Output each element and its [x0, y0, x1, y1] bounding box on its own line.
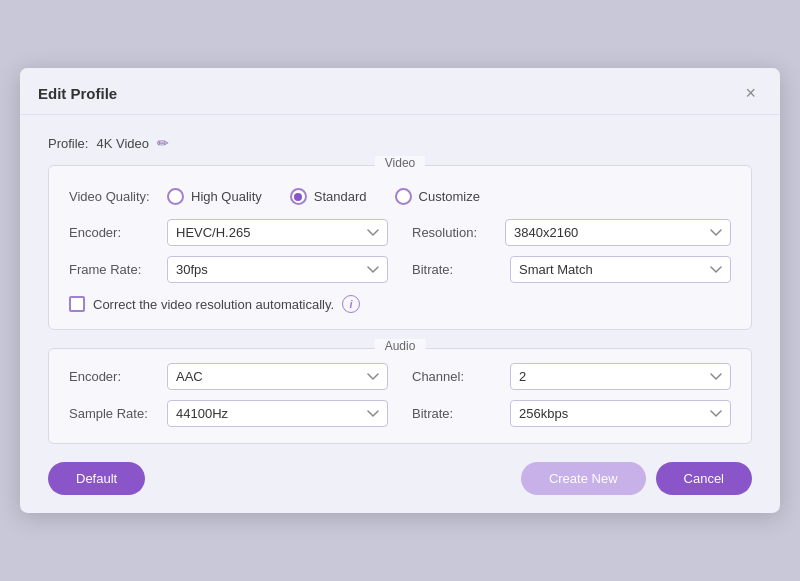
audio-encoder-field-row: Encoder: AAC MP3 AC3 FLAC — [69, 363, 388, 390]
sample-rate-field-row: Sample Rate: 44100Hz 48000Hz 22050Hz — [69, 400, 388, 427]
right-buttons: Create New Cancel — [521, 462, 752, 495]
dialog-body: Profile: 4K Video ✏ Video Video Quality:… — [20, 115, 780, 513]
encoder-select[interactable]: HEVC/H.265 H.264 MPEG-4 VP9 — [167, 219, 388, 246]
edit-profile-dialog: Edit Profile × Profile: 4K Video ✏ Video… — [20, 68, 780, 513]
resolution-field-row: Resolution: 3840x2160 1920x1080 1280x720… — [412, 219, 731, 246]
cancel-button[interactable]: Cancel — [656, 462, 752, 495]
resolution-label: Resolution: — [412, 225, 497, 240]
radio-high-quality-outer — [167, 188, 184, 205]
auto-correct-checkbox[interactable] — [69, 296, 85, 312]
audio-bitrate-field-row: Bitrate: 256kbps 128kbps 192kbps 320kbps — [412, 400, 731, 427]
radio-high-quality[interactable]: High Quality — [167, 188, 262, 205]
audio-encoder-label: Encoder: — [69, 369, 159, 384]
radio-standard-label: Standard — [314, 189, 367, 204]
radio-standard-inner — [294, 193, 302, 201]
video-quality-label: Video Quality: — [69, 189, 159, 204]
audio-encoder-select[interactable]: AAC MP3 AC3 FLAC — [167, 363, 388, 390]
audio-section: Audio Encoder: AAC MP3 AC3 FLAC Channel:… — [48, 348, 752, 444]
button-row: Default Create New Cancel — [48, 462, 752, 495]
channel-label: Channel: — [412, 369, 502, 384]
video-section-title: Video — [375, 156, 425, 170]
frame-rate-select[interactable]: 30fps 24fps 60fps 29.97fps — [167, 256, 388, 283]
audio-bitrate-select[interactable]: 256kbps 128kbps 192kbps 320kbps — [510, 400, 731, 427]
create-new-button[interactable]: Create New — [521, 462, 646, 495]
info-icon[interactable]: i — [342, 295, 360, 313]
channel-field-row: Channel: 2 1 6 — [412, 363, 731, 390]
profile-row: Profile: 4K Video ✏ — [48, 135, 752, 151]
close-button[interactable]: × — [739, 82, 762, 104]
radio-high-quality-label: High Quality — [191, 189, 262, 204]
radio-customize[interactable]: Customize — [395, 188, 480, 205]
video-bitrate-label: Bitrate: — [412, 262, 502, 277]
radio-standard-outer — [290, 188, 307, 205]
profile-value: 4K Video — [96, 136, 149, 151]
dialog-title: Edit Profile — [38, 85, 117, 102]
audio-bitrate-label: Bitrate: — [412, 406, 502, 421]
auto-correct-label: Correct the video resolution automatical… — [93, 297, 334, 312]
resolution-select[interactable]: 3840x2160 1920x1080 1280x720 Custom — [505, 219, 731, 246]
radio-customize-label: Customize — [419, 189, 480, 204]
default-button[interactable]: Default — [48, 462, 145, 495]
edit-profile-icon[interactable]: ✏ — [157, 135, 169, 151]
frame-rate-label: Frame Rate: — [69, 262, 159, 277]
title-bar: Edit Profile × — [20, 68, 780, 115]
sample-rate-select[interactable]: 44100Hz 48000Hz 22050Hz — [167, 400, 388, 427]
sample-rate-label: Sample Rate: — [69, 406, 159, 421]
audio-section-title: Audio — [375, 339, 426, 353]
channel-select[interactable]: 2 1 6 — [510, 363, 731, 390]
encoder-field-row: Encoder: HEVC/H.265 H.264 MPEG-4 VP9 — [69, 219, 388, 246]
audio-fields-grid: Encoder: AAC MP3 AC3 FLAC Channel: 2 1 6 — [69, 363, 731, 427]
video-bitrate-field-row: Bitrate: Smart Match Custom High Medium … — [412, 256, 731, 283]
profile-label: Profile: — [48, 136, 88, 151]
radio-customize-outer — [395, 188, 412, 205]
radio-standard[interactable]: Standard — [290, 188, 367, 205]
video-fields-grid: Encoder: HEVC/H.265 H.264 MPEG-4 VP9 Res… — [69, 219, 731, 283]
video-bitrate-select[interactable]: Smart Match Custom High Medium Low — [510, 256, 731, 283]
video-section: Video Video Quality: High Quality Standa… — [48, 165, 752, 330]
checkbox-row: Correct the video resolution automatical… — [69, 295, 731, 313]
frame-rate-field-row: Frame Rate: 30fps 24fps 60fps 29.97fps — [69, 256, 388, 283]
encoder-label: Encoder: — [69, 225, 159, 240]
